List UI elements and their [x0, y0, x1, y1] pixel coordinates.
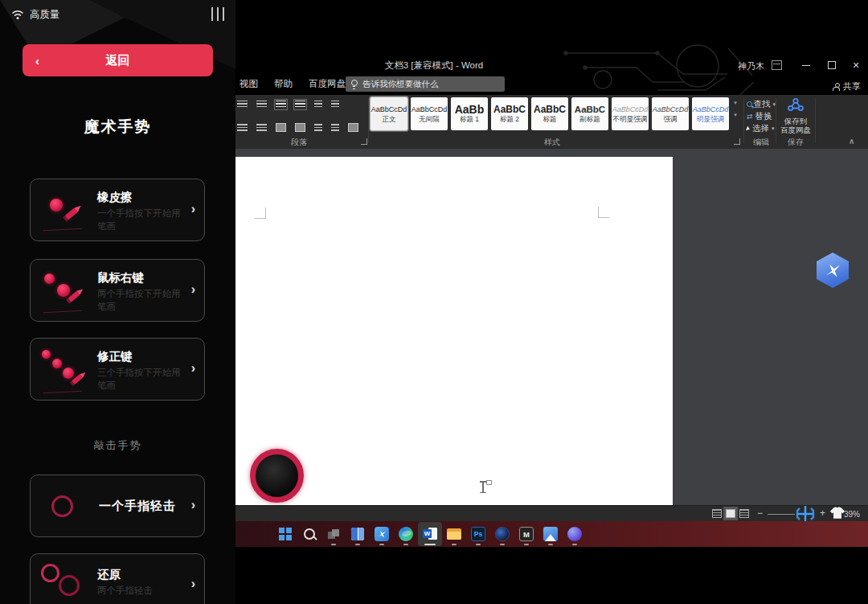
- web-layout-button[interactable]: [739, 509, 749, 518]
- replace-icon: ⇄: [747, 113, 753, 121]
- ribbon-display-options-icon[interactable]: [772, 60, 782, 70]
- chevron-right-icon: ›: [191, 202, 195, 216]
- restore-button[interactable]: [821, 60, 842, 71]
- zoom-percentage[interactable]: 39%: [844, 510, 860, 519]
- bullets-icon[interactable]: [237, 101, 248, 109]
- style-intense-emphasis[interactable]: AaBbCcDd 明显强调: [692, 97, 729, 130]
- style-no-spacing[interactable]: AaBbCcDd 无间隔: [411, 97, 448, 130]
- word-app-button[interactable]: W: [418, 522, 442, 546]
- dark-sphere-app-button[interactable]: [490, 522, 514, 546]
- taskbar-icons: W Ps M: [273, 522, 587, 546]
- close-button[interactable]: ✕: [845, 60, 866, 71]
- gesture-card-one-finger-tap[interactable]: 一个手指轻击 ›: [30, 475, 205, 537]
- back-button[interactable]: ‹ 返回: [23, 44, 213, 76]
- select-button[interactable]: 选择 ▾: [747, 122, 776, 134]
- select-cursor-icon: [746, 125, 751, 131]
- style-heading2[interactable]: AaBbC 标题 2: [491, 97, 528, 130]
- pen-stroke-line: [43, 391, 82, 394]
- style-subtle-emphasis[interactable]: AaBbCcDd 不明显强调: [612, 97, 649, 130]
- tab-baidu-netdisk[interactable]: 百度网盘: [309, 78, 346, 90]
- edge-browser-button[interactable]: [394, 522, 418, 546]
- finger-dot-icon: [44, 273, 55, 284]
- netdisk-app-button[interactable]: [370, 522, 394, 546]
- paragraph-dialog-launcher[interactable]: [361, 138, 367, 145]
- decrease-indent-icon[interactable]: [276, 101, 286, 109]
- increase-indent-icon[interactable]: [295, 101, 305, 109]
- chevron-right-icon: ›: [191, 577, 195, 591]
- folder-icon: [447, 528, 461, 540]
- purple-sphere-app-button[interactable]: [563, 522, 587, 546]
- zoom-in-button[interactable]: +: [820, 507, 825, 519]
- chevron-down-icon: ▾: [772, 125, 775, 132]
- shading-icon[interactable]: [331, 124, 339, 132]
- gesture-card-eraser[interactable]: 橡皮擦 一个手指按下开始用 笔画 ›: [30, 179, 205, 241]
- align-center-icon[interactable]: [256, 124, 267, 132]
- photos-app-button[interactable]: [538, 522, 563, 546]
- styles-group-label: 样式: [526, 137, 578, 148]
- numbering-icon[interactable]: [256, 101, 267, 109]
- replace-button[interactable]: ⇄ 替换: [747, 110, 776, 122]
- panel-drag-handle[interactable]: [211, 7, 224, 21]
- person-icon: [833, 83, 840, 90]
- m-letter-icon: M: [519, 527, 534, 541]
- edge-icon: [399, 527, 413, 541]
- styles-gallery-arrows[interactable]: ▾▾: [731, 100, 739, 117]
- share-button[interactable]: 共享: [833, 80, 861, 92]
- style-emphasis[interactable]: AaBbCcDd 强调: [652, 97, 689, 130]
- tab-help[interactable]: 帮助: [274, 78, 293, 90]
- widgets-button[interactable]: [346, 522, 370, 546]
- align-right-icon[interactable]: [276, 123, 286, 132]
- connection-quality-label: 高质量: [30, 8, 60, 22]
- pen-icon: [64, 284, 87, 306]
- show-marks-icon[interactable]: [331, 101, 339, 109]
- save-to-netdisk-button[interactable]: 保存到 百度网盘: [777, 97, 814, 134]
- gesture-card-undo[interactable]: 还原 两个手指轻击 ›: [30, 553, 205, 604]
- zoom-out-button[interactable]: −: [757, 507, 763, 519]
- style-heading1[interactable]: AaBb 标题 1: [451, 97, 488, 130]
- styles-dialog-launcher[interactable]: [734, 138, 740, 145]
- search-button[interactable]: [297, 522, 321, 546]
- style-normal[interactable]: AaBbCcDd 正文: [371, 97, 407, 130]
- search-icon: [304, 528, 315, 540]
- read-mode-button[interactable]: [712, 509, 722, 518]
- tap-ring-icon: [51, 495, 73, 517]
- minimize-button[interactable]: [796, 60, 817, 71]
- align-left-icon[interactable]: [237, 124, 248, 132]
- style-title[interactable]: AaBbC 标题: [531, 97, 568, 130]
- text-cursor: [480, 481, 489, 493]
- pen-stroke-line: [43, 310, 82, 314]
- line-spacing-icon[interactable]: [314, 124, 322, 132]
- photoshop-button[interactable]: Ps: [466, 522, 490, 546]
- wifi-icon: [11, 10, 24, 20]
- ribbon-tab-row: 视图 帮助 百度网盘: [240, 78, 346, 90]
- touch-indicator-circle: [250, 449, 304, 503]
- page-title: 魔术手势: [0, 117, 235, 138]
- start-button[interactable]: [273, 522, 297, 546]
- task-view-button[interactable]: [321, 522, 346, 546]
- gesture-card-modifier-key[interactable]: 修正键 三个手指按下开始用 笔画 ›: [30, 338, 205, 401]
- paragraph-group-icons: [237, 99, 367, 133]
- photos-icon: [543, 527, 558, 541]
- print-layout-button[interactable]: [726, 509, 735, 518]
- share-label: 共享: [843, 80, 861, 92]
- borders-icon[interactable]: [348, 123, 358, 132]
- sort-icon[interactable]: [314, 101, 322, 109]
- finger-dot-icon: [42, 350, 51, 359]
- justify-icon[interactable]: [295, 123, 305, 132]
- file-explorer-button[interactable]: [442, 522, 466, 546]
- gallery-more-icon[interactable]: ▾: [731, 112, 739, 117]
- gallery-up-icon[interactable]: ▾: [731, 100, 739, 105]
- zoom-slider[interactable]: [768, 514, 795, 515]
- find-button[interactable]: 查找 ▾: [747, 98, 776, 110]
- account-name[interactable]: 神乃木: [738, 60, 764, 72]
- tap-ring-icon: [59, 575, 80, 596]
- collapse-ribbon-icon[interactable]: ∧: [849, 137, 854, 146]
- editing-group-label: 编辑: [746, 137, 776, 148]
- magic-gesture-panel: 高质量 ‹ 返回 魔术手势 橡皮擦 一个手指按下开始用 笔画 ›: [0, 0, 235, 604]
- style-subtitle[interactable]: AaBbC 副标题: [571, 97, 608, 130]
- tab-view[interactable]: 视图: [240, 78, 258, 90]
- typora-button[interactable]: M: [514, 522, 538, 546]
- gesture-card-right-click[interactable]: 鼠标右键 两个手指按下开始用 笔画 ›: [30, 259, 205, 322]
- purple-sphere-icon: [567, 527, 582, 541]
- tell-me-search-box[interactable]: 告诉我你想要做什么: [346, 76, 505, 92]
